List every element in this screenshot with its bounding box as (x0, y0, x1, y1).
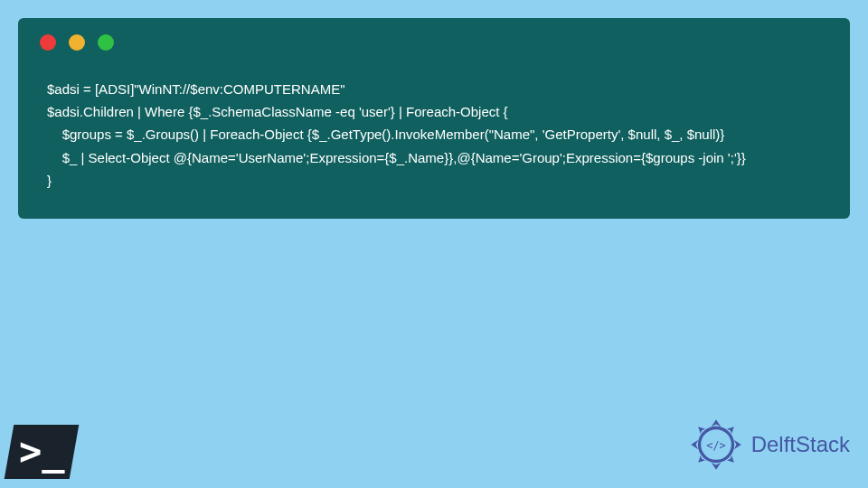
minimize-icon[interactable] (69, 34, 85, 51)
svg-text:</>: </> (706, 439, 725, 452)
code-line: } (47, 173, 52, 188)
window-controls (40, 34, 828, 51)
code-line: $groups = $_.Groups() | Foreach-Object {… (47, 127, 724, 142)
code-line: $adsi = [ADSI]"WinNT://$env:COMPUTERNAME… (47, 81, 344, 97)
maximize-icon[interactable] (98, 34, 114, 51)
code-line: $adsi.Children | Where {$_.SchemaClassNa… (47, 104, 508, 119)
delftstack-badge-icon: </> (686, 415, 746, 474)
close-icon[interactable] (40, 34, 56, 51)
code-window: $adsi = [ADSI]"WinNT://$env:COMPUTERNAME… (18, 18, 850, 219)
powershell-logo-icon: >_ (5, 425, 80, 479)
powershell-prompt-text: >_ (19, 433, 65, 471)
delftstack-logo: </> DelftStack (686, 415, 850, 474)
code-content: $adsi = [ADSI]"WinNT://$env:COMPUTERNAME… (40, 78, 828, 192)
delftstack-text: DelftStack (751, 432, 850, 457)
code-line: $_ | Select-Object @{Name='UserName';Exp… (47, 150, 746, 165)
